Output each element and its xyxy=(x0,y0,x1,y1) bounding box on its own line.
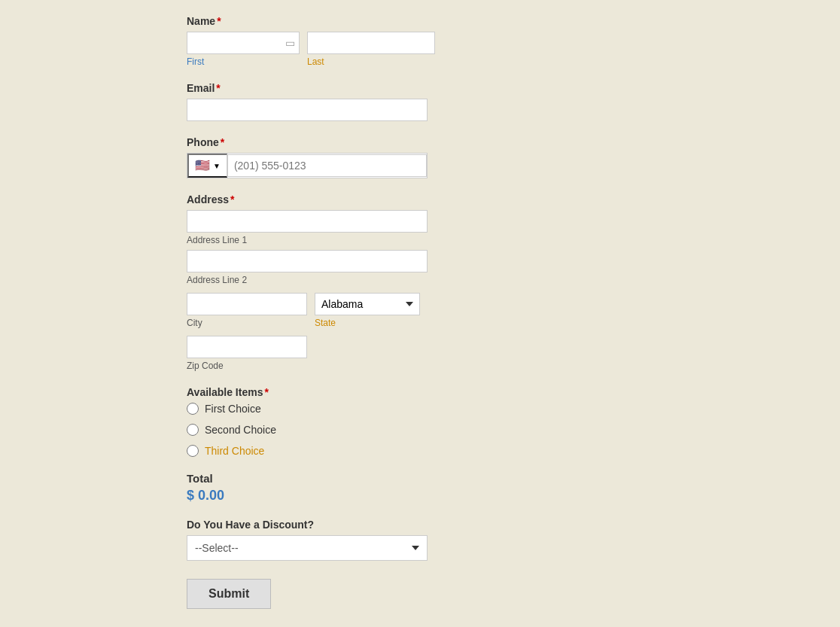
state-label: State xyxy=(315,318,420,328)
radio-item-second[interactable]: Second Choice xyxy=(187,424,653,436)
phone-dropdown-arrow: ▼ xyxy=(213,162,221,170)
submit-button[interactable]: Submit xyxy=(187,579,271,609)
address-line2-label: Address Line 2 xyxy=(187,275,653,285)
city-label: City xyxy=(187,318,307,328)
name-first-input[interactable] xyxy=(187,32,300,54)
radio-item-first[interactable]: First Choice xyxy=(187,403,653,415)
available-items-label: Available Items* xyxy=(187,386,653,398)
phone-label: Phone* xyxy=(187,136,653,148)
phone-country-button[interactable]: 🇺🇸 ▼ xyxy=(187,154,227,178)
person-icon: ▭ xyxy=(285,37,295,49)
name-first-label: First xyxy=(187,56,300,67)
total-value: $ 0.00 xyxy=(187,488,653,504)
address-line2-input[interactable] xyxy=(187,250,428,272)
radio-item-third[interactable]: Third Choice xyxy=(187,445,653,457)
name-last-label: Last xyxy=(307,56,435,67)
radio-first-choice[interactable] xyxy=(187,403,199,415)
zip-label: Zip Code xyxy=(187,361,653,371)
discount-label: Do You Have a Discount? xyxy=(187,519,653,531)
zip-input[interactable] xyxy=(187,336,307,358)
address-line1-input[interactable] xyxy=(187,210,428,233)
available-items-group: First Choice Second Choice Third Choice xyxy=(187,403,653,457)
discount-select[interactable]: --Select-- Yes No xyxy=(187,535,428,561)
phone-number-input[interactable] xyxy=(227,154,427,177)
address-label: Address* xyxy=(187,193,653,205)
phone-input-row: 🇺🇸 ▼ xyxy=(187,153,428,178)
name-last-input[interactable] xyxy=(307,32,435,54)
radio-second-choice[interactable] xyxy=(187,424,199,436)
name-label: Name* xyxy=(187,15,653,27)
radio-third-choice[interactable] xyxy=(187,445,199,457)
city-input[interactable] xyxy=(187,293,307,315)
address-line1-label: Address Line 1 xyxy=(187,235,653,245)
radio-first-label: First Choice xyxy=(205,403,261,415)
discount-select-wrap: --Select-- Yes No xyxy=(187,535,428,561)
email-label: Email* xyxy=(187,82,653,94)
state-select[interactable]: Alabama Alaska Arizona Arkansas Californ… xyxy=(315,293,420,315)
us-flag-icon: 🇺🇸 xyxy=(195,160,210,172)
radio-second-label: Second Choice xyxy=(205,424,276,436)
total-label: Total xyxy=(187,472,653,485)
radio-third-label: Third Choice xyxy=(205,445,264,457)
email-input[interactable] xyxy=(187,99,428,121)
